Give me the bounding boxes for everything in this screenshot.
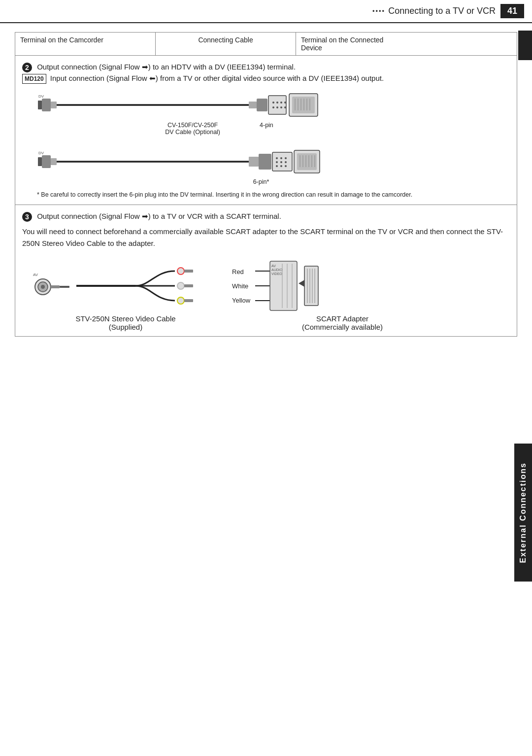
svg-point-38 bbox=[280, 165, 282, 167]
step3-text: 3 Output connection (Signal Flow ➡) to a… bbox=[22, 211, 510, 222]
svg-point-10 bbox=[284, 102, 286, 103]
cable1-label: CV-150F/CV-250F DV Cable (Optional) bbox=[165, 122, 220, 136]
svg-rect-24 bbox=[38, 157, 42, 166]
svg-point-12 bbox=[276, 106, 278, 108]
svg-point-31 bbox=[276, 157, 278, 159]
step2-line1: Output connection (Signal Flow ➡) to an … bbox=[37, 63, 296, 71]
svg-point-60 bbox=[177, 297, 184, 304]
svg-point-58 bbox=[177, 282, 184, 289]
pin4-label: 4-pin bbox=[260, 122, 273, 136]
svg-rect-30 bbox=[272, 152, 292, 171]
step2-text: 2 Output connection (Signal Flow ➡) to a… bbox=[22, 62, 510, 84]
stv-cable-label: STV-250N Stereo Video Cable (Supplied) bbox=[52, 314, 200, 331]
col-center-header: Connecting Cable bbox=[156, 33, 296, 55]
svg-rect-25 bbox=[42, 155, 51, 168]
step2-section: 2 Output connection (Signal Flow ➡) to a… bbox=[15, 56, 517, 205]
scart-diagram: AV bbox=[32, 256, 510, 315]
col-right-header: Terminal on the Connected Device bbox=[296, 33, 517, 55]
svg-point-56 bbox=[177, 268, 184, 275]
pin6-label: 6-pin* bbox=[253, 178, 269, 185]
step2-line2: Input connection (Signal Flow ⬅) from a … bbox=[50, 74, 384, 82]
svg-rect-29 bbox=[259, 154, 271, 170]
svg-point-11 bbox=[272, 106, 274, 108]
svg-rect-26 bbox=[51, 158, 57, 165]
stv-cable-svg bbox=[76, 256, 224, 315]
step3-labels: STV-250N Stereo Video Cable (Supplied) S… bbox=[52, 314, 510, 331]
cable1-diagram: DV CV-15 bbox=[37, 92, 323, 136]
header-title: Connecting to a TV or VCR bbox=[388, 6, 496, 16]
page-number: 41 bbox=[500, 4, 524, 18]
svg-point-39 bbox=[285, 165, 287, 167]
cable2-diagram: DV 6-pin* bbox=[37, 148, 323, 185]
svg-rect-5 bbox=[257, 99, 267, 111]
table-header-row: Terminal on the Camcorder Connecting Cab… bbox=[15, 33, 517, 56]
svg-text:AV: AV bbox=[271, 264, 276, 268]
svg-rect-59 bbox=[184, 284, 193, 287]
header-dots: •••• bbox=[372, 7, 385, 15]
svg-rect-4 bbox=[249, 102, 257, 108]
step3-number: 3 bbox=[22, 212, 32, 222]
svg-text:AUDIO: AUDIO bbox=[271, 268, 283, 272]
md120-badge: MD120 bbox=[22, 74, 46, 84]
svg-rect-1 bbox=[42, 99, 51, 111]
svg-rect-61 bbox=[184, 299, 193, 302]
svg-rect-57 bbox=[184, 270, 193, 273]
scart-color-labels: Red White Yellow bbox=[232, 268, 250, 304]
col-left-header: Terminal on the Camcorder bbox=[15, 33, 156, 55]
svg-point-8 bbox=[276, 102, 278, 103]
svg-text:DV: DV bbox=[38, 94, 44, 99]
step2-number: 2 bbox=[22, 63, 32, 72]
step3-line1: Output connection (Signal Flow ➡) to a T… bbox=[37, 212, 281, 220]
right-tab bbox=[518, 31, 532, 60]
svg-point-32 bbox=[280, 157, 282, 159]
svg-rect-28 bbox=[249, 157, 259, 167]
svg-rect-6 bbox=[268, 96, 286, 114]
scart-adapter-svg: AV AUDIO VIDEO bbox=[255, 256, 319, 315]
color-red: Red bbox=[232, 268, 250, 275]
av-terminal-svg: AV bbox=[32, 271, 71, 301]
svg-point-9 bbox=[280, 102, 282, 103]
svg-point-33 bbox=[285, 157, 287, 159]
step2-footnote: * Be careful to correctly insert the 6-p… bbox=[37, 190, 503, 200]
svg-rect-17 bbox=[292, 97, 315, 113]
svg-point-34 bbox=[276, 161, 278, 163]
svg-rect-53 bbox=[51, 285, 60, 288]
svg-text:AV: AV bbox=[33, 273, 38, 277]
cable1-svg: DV bbox=[37, 92, 323, 119]
svg-marker-72 bbox=[299, 280, 304, 287]
color-white: White bbox=[232, 282, 250, 290]
svg-point-52 bbox=[41, 285, 45, 289]
svg-text:DV: DV bbox=[38, 151, 44, 155]
svg-point-37 bbox=[276, 165, 278, 167]
sidebar-label-text: External Connections bbox=[519, 462, 528, 563]
cable2-svg: DV bbox=[37, 148, 323, 175]
step3-para: You will need to connect beforehand a co… bbox=[22, 226, 510, 249]
sidebar-label: External Connections bbox=[514, 444, 532, 582]
connection-table: Terminal on the Camcorder Connecting Cab… bbox=[15, 32, 517, 337]
svg-point-36 bbox=[285, 161, 287, 163]
svg-rect-73 bbox=[304, 266, 318, 306]
svg-point-35 bbox=[280, 161, 282, 163]
svg-text:VIDEO: VIDEO bbox=[271, 272, 282, 275]
svg-point-14 bbox=[284, 106, 286, 108]
step2-diagrams: DV CV-15 bbox=[37, 92, 510, 185]
color-yellow: Yellow bbox=[232, 297, 250, 304]
step3-section: 3 Output connection (Signal Flow ➡) to a… bbox=[15, 205, 517, 337]
svg-point-7 bbox=[272, 102, 274, 103]
svg-point-13 bbox=[280, 106, 282, 108]
page-header: •••• Connecting to a TV or VCR 41 bbox=[0, 0, 532, 23]
svg-rect-54 bbox=[60, 286, 69, 288]
svg-rect-2 bbox=[51, 102, 57, 108]
svg-rect-0 bbox=[38, 101, 42, 109]
main-content: Terminal on the Camcorder Connecting Cab… bbox=[0, 23, 532, 345]
scart-adapter-label: SCART Adapter (Commercially available) bbox=[293, 314, 392, 331]
